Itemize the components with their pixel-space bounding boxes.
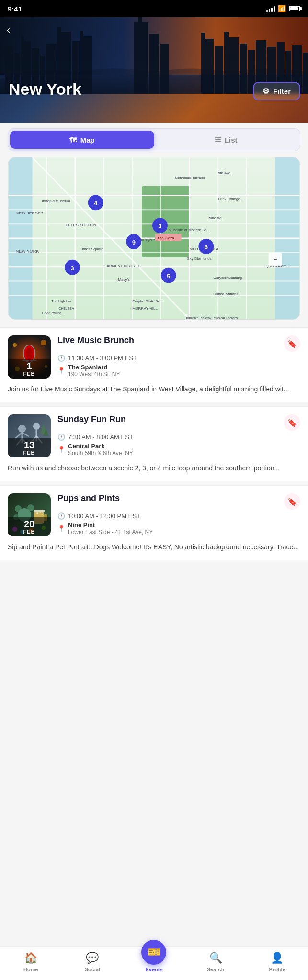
svg-text:The Plaza: The Plaza bbox=[157, 236, 174, 240]
svg-text:5th Ave: 5th Ave bbox=[218, 171, 231, 175]
svg-text:9: 9 bbox=[132, 239, 136, 246]
event-top: 1 FEB Live Music Brunch 🔖 🕐 11:30 AM - 3… bbox=[8, 335, 300, 379]
map-background: NEW JERSEY NEW YORK Intrepid Museum HELL… bbox=[8, 157, 300, 319]
svg-text:4: 4 bbox=[94, 200, 98, 207]
event-date-overlay: 20 FEB bbox=[8, 517, 51, 536]
event-info: Sunday Fun Run 🔖 🕐 7:30 AM - 8:00 AM EST… bbox=[57, 414, 300, 457]
svg-point-117 bbox=[27, 504, 34, 511]
event-meta: 🕐 11:30 AM - 3:00 PM EST 📍 The Spaniard … bbox=[57, 355, 300, 378]
status-bar: 9:41 📶 bbox=[0, 0, 308, 17]
location-icon: 📍 bbox=[57, 367, 65, 374]
event-title: Sunday Fun Run bbox=[57, 414, 280, 424]
event-card: 13 FEB Sunday Fun Run 🔖 🕐 7:30 AM - 8:00… bbox=[0, 406, 308, 481]
event-venue-row: 📍 The Spaniard 190 West 4th St, NY bbox=[57, 364, 300, 378]
event-info: Pups and Pints 🔖 🕐 10:00 AM - 12:00 PM E… bbox=[57, 493, 300, 535]
bookmark-button[interactable]: 🔖 bbox=[284, 335, 300, 352]
events-list: 1 FEB Live Music Brunch 🔖 🕐 11:30 AM - 3… bbox=[0, 320, 308, 568]
svg-text:Bethesda Terrace: Bethesda Terrace bbox=[175, 176, 205, 180]
svg-point-102 bbox=[18, 425, 26, 433]
svg-text:6: 6 bbox=[205, 244, 208, 251]
event-thumbnail: 13 FEB bbox=[8, 414, 51, 457]
svg-text:3: 3 bbox=[158, 223, 161, 230]
svg-text:David Zwirne...: David Zwirne... bbox=[42, 312, 64, 315]
event-title-row: Live Music Brunch 🔖 bbox=[57, 335, 300, 352]
view-toggle: 🗺 Map ☰ List bbox=[8, 128, 300, 151]
battery-icon bbox=[289, 6, 300, 11]
bookmark-icon: 🔖 bbox=[287, 339, 297, 348]
svg-rect-121 bbox=[34, 510, 45, 512]
event-info: Live Music Brunch 🔖 🕐 11:30 AM - 3:00 PM… bbox=[57, 335, 300, 378]
event-time-row: 🕐 7:30 AM - 8:00 AM EST bbox=[57, 434, 300, 441]
svg-text:Dominika Piestrak Physical The: Dominika Piestrak Physical Therapy bbox=[185, 316, 238, 319]
svg-text:CHELSEA: CHELSEA bbox=[58, 307, 74, 310]
event-description: Join us for Live Music Sundays at The Sp… bbox=[8, 384, 300, 394]
status-icons: 📶 bbox=[266, 5, 300, 12]
bookmark-button[interactable]: 🔖 bbox=[284, 414, 300, 431]
signal-icon bbox=[266, 5, 275, 12]
svg-text:Intrepid Museum: Intrepid Museum bbox=[42, 199, 70, 203]
event-thumbnail: 20 FEB bbox=[8, 493, 51, 536]
clock-icon: 🕐 bbox=[57, 512, 65, 520]
bookmark-button[interactable]: 🔖 bbox=[284, 493, 300, 510]
svg-text:Nike W...: Nike W... bbox=[208, 216, 224, 220]
svg-text:Chrysler Building: Chrysler Building bbox=[213, 276, 242, 280]
svg-text:3: 3 bbox=[70, 265, 74, 272]
location-icon: 📍 bbox=[57, 446, 65, 453]
map-toggle-button[interactable]: 🗺 Map bbox=[10, 131, 154, 149]
map-icon: 🗺 bbox=[69, 136, 77, 144]
event-meta: 🕐 7:30 AM - 8:00 AM EST 📍 Central Park S… bbox=[57, 434, 300, 457]
wifi-icon: 📶 bbox=[278, 5, 286, 12]
hero-overlay bbox=[0, 17, 308, 122]
event-date-overlay: 1 FEB bbox=[8, 359, 51, 379]
svg-point-95 bbox=[26, 348, 33, 359]
event-title: Live Music Brunch bbox=[57, 335, 280, 345]
hero-banner: ‹ New York ⚙ Filter bbox=[0, 17, 308, 122]
event-meta: 🕐 10:00 AM - 12:00 PM EST 📍 Nine Pint Lo… bbox=[57, 512, 300, 535]
event-venue-row: 📍 Central Park South 59th & 6th Ave, NY bbox=[57, 443, 300, 457]
status-time: 9:41 bbox=[8, 5, 22, 13]
svg-text:−: − bbox=[273, 256, 277, 263]
filter-button[interactable]: ⚙ Filter bbox=[253, 82, 300, 100]
list-toggle-button[interactable]: ☰ List bbox=[154, 131, 298, 149]
clock-icon: 🕐 bbox=[57, 434, 65, 441]
event-date-overlay: 13 FEB bbox=[8, 438, 51, 457]
svg-text:5: 5 bbox=[167, 273, 170, 280]
event-description: Sip and Paint a Pet Portrait...Dogs Welc… bbox=[8, 542, 300, 552]
svg-text:NEW JERSEY: NEW JERSEY bbox=[16, 211, 44, 215]
svg-text:United Nations...: United Nations... bbox=[213, 292, 241, 296]
svg-text:Frick College...: Frick College... bbox=[218, 197, 243, 201]
svg-text:The High Line: The High Line bbox=[51, 300, 72, 303]
event-top: 20 FEB Pups and Pints 🔖 🕐 10:00 AM - 12:… bbox=[8, 493, 300, 536]
svg-point-97 bbox=[13, 343, 17, 347]
clock-icon: 🕐 bbox=[57, 355, 65, 362]
city-title: New York bbox=[9, 80, 81, 99]
event-title-row: Pups and Pints 🔖 bbox=[57, 493, 300, 510]
svg-point-122 bbox=[36, 512, 38, 514]
bookmark-icon: 🔖 bbox=[287, 418, 297, 427]
svg-text:Times Square: Times Square bbox=[80, 247, 104, 251]
event-card: 1 FEB Live Music Brunch 🔖 🕐 11:30 AM - 3… bbox=[0, 327, 308, 402]
event-top: 13 FEB Sunday Fun Run 🔖 🕐 7:30 AM - 8:00… bbox=[8, 414, 300, 457]
svg-point-124 bbox=[42, 514, 43, 515]
event-description: Run with us and choose between a scenic … bbox=[8, 463, 300, 473]
list-icon: ☰ bbox=[215, 135, 221, 144]
back-button[interactable]: ‹ bbox=[7, 24, 10, 36]
svg-text:MURRAY HILL: MURRAY HILL bbox=[132, 306, 158, 311]
map-svg: NEW JERSEY NEW YORK Intrepid Museum HELL… bbox=[8, 157, 300, 319]
map-view[interactable]: NEW JERSEY NEW YORK Intrepid Museum HELL… bbox=[8, 157, 300, 320]
svg-text:The Museum of Modern St...: The Museum of Modern St... bbox=[161, 228, 209, 232]
svg-text:Sky Diamonds: Sky Diamonds bbox=[187, 256, 212, 261]
svg-text:GARMENT DISTRICT: GARMENT DISTRICT bbox=[104, 264, 141, 268]
location-icon: 📍 bbox=[57, 525, 65, 532]
event-title: Pups and Pints bbox=[57, 493, 280, 503]
event-venue-row: 📍 Nine Pint Lower East Side - 41 1st Ave… bbox=[57, 522, 300, 535]
svg-text:Empire State Bu...: Empire State Bu... bbox=[132, 299, 163, 303]
svg-point-98 bbox=[41, 340, 46, 345]
filter-icon: ⚙ bbox=[262, 87, 269, 96]
event-title-row: Sunday Fun Run 🔖 bbox=[57, 414, 300, 431]
event-thumbnail: 1 FEB bbox=[8, 335, 51, 379]
svg-point-108 bbox=[33, 423, 40, 430]
event-time-row: 🕐 10:00 AM - 12:00 PM EST bbox=[57, 512, 300, 520]
svg-point-116 bbox=[15, 505, 22, 512]
bookmark-icon: 🔖 bbox=[287, 497, 297, 506]
